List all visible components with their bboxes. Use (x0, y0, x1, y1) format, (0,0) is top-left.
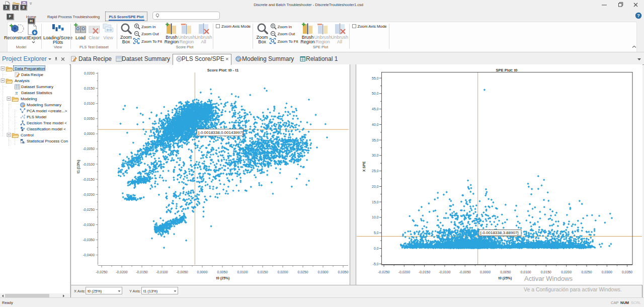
svg-text:0,0250: 0,0250 (297, 270, 308, 274)
svg-text:40,0: 40,0 (372, 123, 379, 126)
svg-text:0,0000: 0,0000 (480, 270, 491, 274)
svg-text:0,0300: 0,0300 (602, 270, 612, 274)
svg-text:?: ? (637, 13, 640, 18)
svg-text:-0,0100: -0,0100 (439, 270, 451, 274)
svg-text:0,0150: 0,0150 (257, 270, 268, 274)
svg-text:-0,0200: -0,0200 (83, 193, 95, 196)
svg-text:SPE Plot: t0: SPE Plot: t0 (496, 68, 517, 72)
svg-text:-0,0250: -0,0250 (83, 208, 95, 211)
svg-text:5,0: 5,0 (374, 231, 379, 235)
svg-text:0,0150: 0,0150 (84, 87, 95, 90)
svg-text:45,0: 45,0 (372, 107, 379, 111)
svg-text:-5,0: -5,0 (373, 262, 379, 266)
svg-text:-0,0300: -0,0300 (83, 223, 95, 226)
svg-text:0,0200: 0,0200 (277, 270, 288, 274)
svg-text:0,0100: 0,0100 (237, 270, 248, 274)
svg-text:-0,0400: -0,0400 (83, 253, 95, 257)
svg-text:-0,0050: -0,0050 (176, 270, 188, 274)
svg-text:0,0000: 0,0000 (197, 270, 207, 274)
svg-text:55,0: 55,0 (372, 76, 379, 80)
svg-text:0,0250: 0,0250 (581, 270, 592, 274)
svg-text:-0,0150: -0,0150 (419, 270, 431, 274)
svg-text:35,0: 35,0 (372, 138, 379, 142)
svg-text:0,0050: 0,0050 (500, 270, 511, 274)
svg-text:15,0: 15,0 (372, 200, 379, 204)
svg-text:10,0: 10,0 (372, 215, 379, 219)
svg-text:-0,0100: -0,0100 (156, 270, 168, 274)
svg-text:0,0200: 0,0200 (561, 270, 572, 274)
svg-text:0,0: 0,0 (374, 247, 379, 250)
svg-text:0,0350: 0,0350 (622, 270, 632, 274)
svg-text:30,0: 30,0 (372, 154, 379, 157)
svg-text:-0,0350: -0,0350 (83, 238, 95, 242)
svg-text:Score Plot: t0 - t1: Score Plot: t0 - t1 (207, 68, 239, 72)
svg-text:-0,0150: -0,0150 (136, 270, 148, 274)
svg-text:[-0.0018338,0.00143997]: [-0.0018338,0.00143997] (198, 130, 243, 135)
svg-text:-0,0150: -0,0150 (83, 178, 95, 181)
svg-text:0,0300: 0,0300 (317, 270, 328, 274)
svg-text:0,0000: 0,0000 (84, 132, 95, 135)
svg-text:-0,0100: -0,0100 (83, 163, 95, 166)
svg-text:t0 (25%): t0 (25%) (499, 276, 512, 280)
svg-text:-0,0050: -0,0050 (459, 270, 471, 274)
svg-text:0,0150: 0,0150 (541, 270, 551, 274)
svg-text:20,0: 20,0 (372, 185, 379, 188)
svg-text:50,0: 50,0 (372, 92, 379, 95)
svg-text:Activar Windows: Activar Windows (524, 275, 573, 282)
svg-text:X SPE: X SPE (362, 161, 366, 172)
svg-text:0,0050: 0,0050 (217, 270, 227, 274)
svg-text:0,0200: 0,0200 (84, 71, 95, 75)
svg-text:-0,0200: -0,0200 (116, 270, 128, 274)
svg-text:0,0100: 0,0100 (521, 270, 531, 274)
svg-text:[-0.0018338,3.88907]: [-0.0018338,3.88907] (480, 231, 519, 235)
svg-text:-0,0250: -0,0250 (378, 270, 390, 274)
svg-text:0,0350: 0,0350 (338, 270, 348, 274)
svg-text:π: π (15, 90, 18, 96)
svg-text:-0,0050: -0,0050 (83, 147, 95, 150)
svg-text:t1 (13%): t1 (13%) (76, 160, 80, 174)
svg-text:0,0100: 0,0100 (84, 102, 95, 105)
svg-text:-0,0250: -0,0250 (96, 270, 108, 274)
svg-text:t0 (25%): t0 (25%) (216, 276, 230, 280)
svg-text:-0,0200: -0,0200 (398, 270, 411, 274)
svg-text:25,0: 25,0 (372, 169, 379, 173)
svg-text:0,0050: 0,0050 (84, 117, 95, 120)
